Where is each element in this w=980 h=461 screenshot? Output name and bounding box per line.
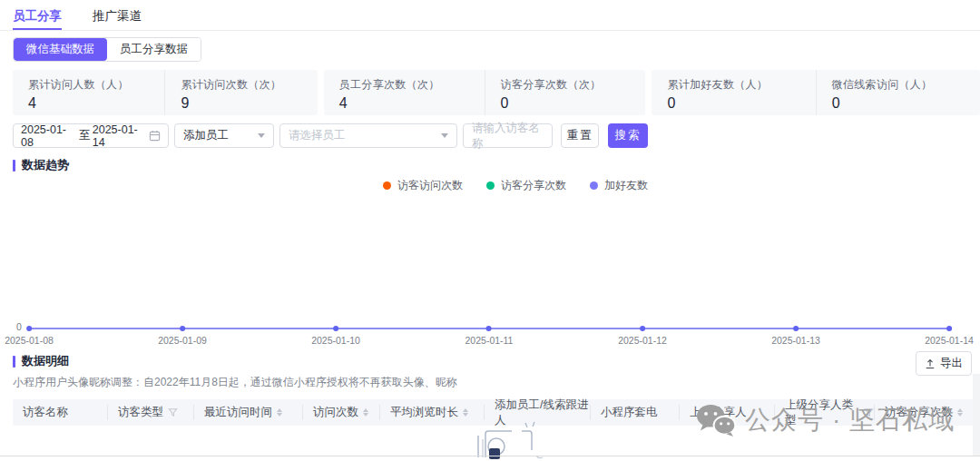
sort-icon[interactable] bbox=[363, 408, 368, 417]
stats-group-visits: 累计访问人数（人） 4 累计访问次数（次） 9 bbox=[13, 70, 318, 115]
column-label: 最近访问时间 bbox=[204, 405, 272, 420]
stat-visitor-shares: 访客分享次数（次） 0 bbox=[485, 70, 646, 115]
legend-dot-green bbox=[486, 181, 495, 190]
stat-label: 微信线索访问（人） bbox=[832, 77, 980, 93]
x-axis-label: 2025-01-14 bbox=[925, 335, 974, 346]
stat-label: 累计访问次数（次） bbox=[181, 77, 317, 93]
stat-total-visits: 累计访问次数（次） 9 bbox=[164, 70, 317, 115]
legend-friends-added[interactable]: 加好友数 bbox=[590, 179, 648, 191]
detail-section-header: 数据明细 小程序用户头像昵称调整：自2022年11月8日起，通过微信小程序授权将… bbox=[0, 353, 980, 390]
stat-label: 累计加好友数（人） bbox=[667, 77, 815, 93]
chart-point: 2025-01-11 bbox=[466, 326, 514, 346]
sort-icon[interactable] bbox=[277, 408, 282, 417]
stats-group-shares: 员工分享次数（次） 4 访客分享次数（次） 0 bbox=[324, 70, 646, 115]
avatar-nickname-notice: 小程序用户头像昵称调整：自2022年11月8日起，通过微信小程序授权将不再获取头… bbox=[13, 375, 980, 390]
summary-stats-row: 累计访问人数（人） 4 累计访问次数（次） 9 员工分享次数（次） 4 访客分享… bbox=[13, 70, 980, 115]
reset-button[interactable]: 重置 bbox=[561, 123, 599, 148]
stat-total-visitors: 累计访问人数（人） 4 bbox=[13, 70, 164, 115]
chart-point: 2025-01-10 bbox=[311, 326, 360, 346]
col-miniprogram-call: 小程序套电 bbox=[590, 405, 679, 420]
watermark-text: 公众号 · 坚石私域 bbox=[745, 403, 955, 437]
bottom-divider bbox=[0, 456, 980, 456]
trend-line-chart: 0 2025-01-08 2025-01-09 2025-01-10 2025-… bbox=[0, 193, 980, 346]
empty-state-illustration bbox=[458, 416, 567, 461]
chevron-down-icon bbox=[258, 133, 265, 138]
x-axis-label: 2025-01-11 bbox=[466, 335, 514, 346]
detail-title-text: 数据明细 bbox=[22, 353, 69, 369]
wechat-icon bbox=[694, 403, 736, 437]
date-range-picker[interactable]: 2025-01-08 至 2025-01-14 bbox=[13, 123, 169, 148]
legend-dot-orange bbox=[383, 181, 391, 190]
toggle-wechat-basic-data[interactable]: 微信基础数据 bbox=[14, 38, 107, 61]
employee-share-analytics-page: 员工分享 推广渠道 微信基础数据 员工分享数据 累计访问人数（人） 4 累计访问… bbox=[0, 0, 980, 461]
detail-section-title: 数据明细 bbox=[13, 353, 980, 369]
visitor-name-placeholder: 请输入访客名称 bbox=[472, 121, 544, 152]
legend-visitor-shares[interactable]: 访客分享次数 bbox=[486, 179, 566, 191]
x-axis-label: 2025-01-09 bbox=[158, 335, 207, 346]
data-type-toggle-group: 微信基础数据 员工分享数据 bbox=[13, 37, 201, 62]
x-axis-label: 2025-01-12 bbox=[618, 335, 667, 346]
chart-point: 2025-01-09 bbox=[158, 326, 207, 346]
stat-wechat-lead-visits: 微信线索访问（人） 0 bbox=[816, 70, 980, 115]
chart-point: 2025-01-08 bbox=[5, 326, 54, 346]
export-icon bbox=[925, 358, 936, 369]
export-label: 导出 bbox=[940, 356, 963, 371]
legend-label: 加好友数 bbox=[604, 178, 648, 193]
stat-employee-shares: 员工分享次数（次） 4 bbox=[324, 70, 485, 115]
legend-label: 访客分享次数 bbox=[501, 178, 566, 193]
stat-label: 累计访问人数（人） bbox=[28, 77, 164, 93]
trend-title-text: 数据趋势 bbox=[22, 157, 69, 173]
watermark: 公众号 · 坚石私域 bbox=[694, 403, 955, 437]
legend-visitor-visits[interactable]: 访客访问次数 bbox=[383, 179, 463, 191]
toggle-employee-share-data[interactable]: 员工分享数据 bbox=[107, 38, 201, 61]
stat-value: 0 bbox=[667, 95, 815, 112]
x-axis: 2025-01-08 2025-01-09 2025-01-10 2025-01… bbox=[29, 326, 949, 344]
date-start[interactable]: 2025-01-08 bbox=[21, 123, 77, 149]
x-axis-label: 2025-01-13 bbox=[771, 335, 820, 346]
stat-value: 4 bbox=[339, 95, 485, 112]
column-label: 访客名称 bbox=[23, 405, 68, 420]
legend-label: 访客访问次数 bbox=[397, 178, 463, 193]
stats-group-friends: 累计加好友数（人） 0 微信线索访问（人） 0 bbox=[652, 70, 980, 115]
x-axis-label: 2025-01-08 bbox=[5, 335, 54, 346]
column-label: 访客类型 bbox=[118, 405, 163, 420]
stat-value: 4 bbox=[28, 95, 164, 112]
calendar-icon[interactable] bbox=[149, 130, 161, 142]
export-button[interactable]: 导出 bbox=[916, 351, 972, 376]
x-axis-label: 2025-01-10 bbox=[311, 335, 360, 346]
trend-section-title: 数据趋势 bbox=[13, 157, 980, 173]
chart-point: 2025-01-13 bbox=[771, 326, 820, 346]
sort-icon[interactable] bbox=[957, 408, 963, 417]
column-label: 访问次数 bbox=[313, 405, 358, 420]
tab-promotion-channel[interactable]: 推广渠道 bbox=[93, 8, 142, 30]
column-label: 小程序套电 bbox=[601, 405, 658, 420]
vertical-scrollbar[interactable] bbox=[973, 374, 980, 456]
chevron-down-icon bbox=[441, 133, 448, 138]
filter-icon[interactable] bbox=[168, 407, 178, 417]
stat-friends-added: 累计加好友数（人） 0 bbox=[652, 70, 815, 115]
date-end[interactable]: 2025-01-14 bbox=[93, 123, 149, 149]
chart-legend: 访客访问次数 访客分享次数 加好友数 bbox=[25, 179, 980, 191]
chart-point: 2025-01-12 bbox=[618, 326, 667, 346]
staff-select[interactable]: 请选择员工 bbox=[279, 123, 457, 148]
staff-type-select[interactable]: 添加员工 bbox=[174, 123, 274, 148]
chart-point: 2025-01-14 bbox=[925, 326, 974, 346]
search-button[interactable]: 搜索 bbox=[608, 123, 648, 148]
legend-dot-purple bbox=[590, 181, 598, 190]
staff-type-value: 添加员工 bbox=[183, 128, 229, 143]
col-visit-count[interactable]: 访问次数 bbox=[302, 405, 379, 420]
section-accent-bar bbox=[13, 160, 15, 172]
visitor-name-input[interactable]: 请输入访客名称 bbox=[463, 123, 553, 148]
col-visitor-type: 访客类型 bbox=[107, 405, 193, 420]
stat-label: 访客分享次数（次） bbox=[501, 77, 646, 93]
col-visitor-name: 访客名称 bbox=[13, 405, 107, 420]
column-label: 平均浏览时长 bbox=[390, 405, 458, 420]
stat-value: 0 bbox=[501, 95, 646, 112]
date-separator: 至 bbox=[79, 128, 91, 143]
stat-label: 员工分享次数（次） bbox=[339, 77, 485, 93]
section-accent-bar bbox=[13, 356, 15, 368]
tab-employee-share[interactable]: 员工分享 bbox=[13, 8, 62, 30]
top-tab-bar: 员工分享 推广渠道 bbox=[0, 0, 980, 31]
filter-bar: 2025-01-08 至 2025-01-14 添加员工 请选择员工 请输入访客… bbox=[13, 123, 980, 148]
col-last-visit-time[interactable]: 最近访问时间 bbox=[193, 405, 302, 420]
